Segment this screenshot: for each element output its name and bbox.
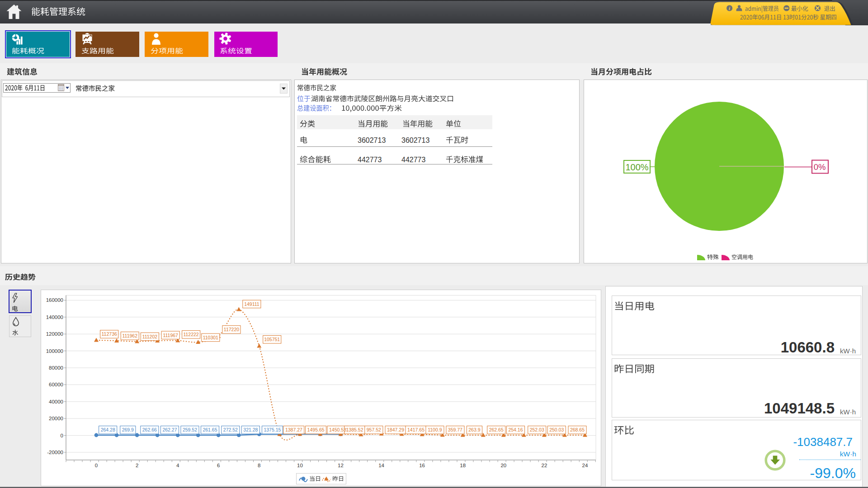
svg-text:112222: 112222 — [183, 332, 198, 337]
svg-text:1100.9: 1100.9 — [428, 427, 442, 432]
svg-text:1387.27: 1387.27 — [285, 427, 302, 432]
svg-text:105751: 105751 — [264, 337, 280, 342]
svg-text:100000: 100000 — [46, 348, 63, 354]
svg-text:12: 12 — [338, 463, 344, 468]
svg-text:1375.15: 1375.15 — [264, 427, 281, 432]
svg-text:0: 0 — [95, 463, 98, 468]
svg-text:24: 24 — [582, 463, 588, 468]
svg-text:0%: 0% — [814, 162, 826, 172]
svg-text:8: 8 — [258, 463, 260, 468]
svg-text:18: 18 — [460, 463, 466, 468]
svg-text:957.52: 957.52 — [367, 427, 381, 432]
svg-text:1847.29: 1847.29 — [387, 427, 404, 432]
svg-text:262.27: 262.27 — [162, 427, 177, 432]
svg-text:264.28: 264.28 — [101, 427, 115, 432]
svg-text:120000: 120000 — [46, 331, 63, 337]
svg-text:117220: 117220 — [224, 327, 239, 332]
svg-text:262.65: 262.65 — [489, 427, 504, 432]
svg-text:4: 4 — [176, 463, 179, 468]
svg-text:259.52: 259.52 — [183, 427, 197, 432]
svg-text:254.16: 254.16 — [508, 427, 523, 432]
svg-text:14: 14 — [378, 463, 384, 468]
svg-text:110301: 110301 — [203, 335, 218, 340]
svg-text:261.65: 261.65 — [203, 427, 217, 432]
svg-text:272.52: 272.52 — [223, 427, 238, 432]
svg-text:20000: 20000 — [49, 416, 63, 421]
svg-text:16: 16 — [419, 463, 425, 468]
svg-text:6: 6 — [217, 463, 220, 468]
svg-text:80000: 80000 — [49, 365, 63, 371]
svg-text:359.77: 359.77 — [448, 427, 462, 432]
svg-text:111967: 111967 — [163, 333, 178, 338]
svg-text:0: 0 — [61, 433, 63, 438]
svg-text:321.28: 321.28 — [243, 427, 258, 432]
svg-text:40000: 40000 — [49, 399, 63, 404]
svg-text:149111: 149111 — [244, 301, 259, 307]
svg-text:60000: 60000 — [49, 382, 63, 387]
svg-text:252.03: 252.03 — [530, 427, 544, 432]
svg-text:250.03: 250.03 — [549, 427, 564, 432]
svg-text:22: 22 — [542, 463, 547, 468]
svg-text:1450.53: 1450.53 — [329, 427, 346, 432]
svg-text:111962: 111962 — [123, 333, 138, 338]
svg-text:263.9: 263.9 — [468, 427, 480, 432]
svg-text:112736: 112736 — [102, 331, 117, 337]
svg-text:20: 20 — [500, 463, 506, 468]
svg-text:10: 10 — [297, 463, 303, 468]
svg-text:160000: 160000 — [46, 297, 63, 303]
svg-text:1495.65: 1495.65 — [307, 427, 325, 432]
svg-text:100%: 100% — [625, 162, 648, 172]
svg-text:1417.65: 1417.65 — [407, 427, 425, 432]
svg-text:140000: 140000 — [46, 314, 63, 320]
svg-text:111202: 111202 — [142, 334, 158, 339]
svg-text:1385.52: 1385.52 — [346, 427, 363, 432]
svg-text:269.9: 269.9 — [122, 427, 134, 432]
svg-text:262.66: 262.66 — [142, 427, 157, 432]
svg-text:-20000: -20000 — [47, 450, 63, 455]
svg-text:2: 2 — [136, 463, 138, 468]
svg-text:268.65: 268.65 — [570, 427, 585, 432]
